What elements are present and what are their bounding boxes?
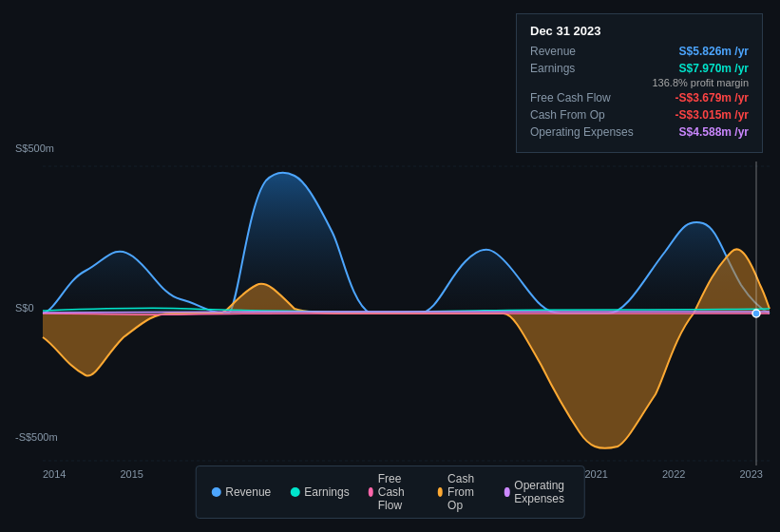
- fcf-value: -S$3.679m /yr: [675, 91, 749, 104]
- earnings-row: Earnings S$7.970m /yr: [530, 62, 749, 75]
- legend-earnings[interactable]: Earnings: [290, 485, 349, 499]
- revenue-value: S$5.826m /yr: [679, 45, 749, 58]
- cashfromop-value: -S$3.015m /yr: [675, 108, 749, 122]
- legend-opex[interactable]: Operating Expenses: [504, 479, 569, 505]
- cashfromop-label: Cash From Op: [530, 108, 644, 122]
- legend-dot-earnings: [290, 487, 299, 497]
- legend-revenue[interactable]: Revenue: [211, 485, 271, 499]
- legend-label-revenue: Revenue: [225, 485, 271, 499]
- legend-label-earnings: Earnings: [304, 485, 349, 499]
- x-label-2023: 2023: [740, 468, 763, 480]
- legend-dot-opex: [504, 487, 509, 497]
- legend-label-fcf: Free Cash Flow: [378, 472, 419, 512]
- legend-label-cashfromop: Cash From Op: [447, 472, 485, 512]
- fcf-label: Free Cash Flow: [530, 91, 644, 104]
- x-label-2015: 2015: [121, 468, 143, 480]
- tooltip-date: Dec 31 2023: [530, 24, 749, 38]
- cashfromop-row: Cash From Op -S$3.015m /yr: [530, 108, 749, 122]
- opex-label: Operating Expenses: [530, 125, 644, 139]
- earnings-value: S$7.970m /yr: [679, 62, 749, 75]
- revenue-row: Revenue S$5.826m /yr: [530, 45, 749, 58]
- revenue-label: Revenue: [530, 45, 644, 58]
- legend-label-opex: Operating Expenses: [514, 479, 568, 505]
- fcf-row: Free Cash Flow -S$3.679m /yr: [530, 91, 749, 104]
- x-label-2022: 2022: [662, 468, 685, 480]
- svg-point-4: [752, 310, 760, 317]
- x-label-2014: 2014: [43, 468, 66, 480]
- profit-margin: 136.8% profit margin: [530, 77, 749, 88]
- chart-svg: [0, 147, 780, 480]
- legend-dot-fcf: [369, 487, 373, 497]
- legend-dot-revenue: [211, 487, 220, 497]
- chart-area: [0, 147, 780, 480]
- opex-value: S$4.588m /yr: [679, 125, 749, 139]
- legend-dot-cashfromop: [438, 487, 443, 497]
- opex-row: Operating Expenses S$4.588m /yr: [530, 125, 749, 139]
- earnings-label: Earnings: [530, 62, 644, 75]
- info-tooltip: Dec 31 2023 Revenue S$5.826m /yr Earning…: [516, 13, 763, 153]
- legend-cashfromop[interactable]: Cash From Op: [438, 472, 485, 512]
- chart-legend: Revenue Earnings Free Cash Flow Cash Fro…: [195, 466, 585, 519]
- x-label-2021: 2021: [585, 468, 608, 480]
- legend-fcf[interactable]: Free Cash Flow: [369, 472, 419, 512]
